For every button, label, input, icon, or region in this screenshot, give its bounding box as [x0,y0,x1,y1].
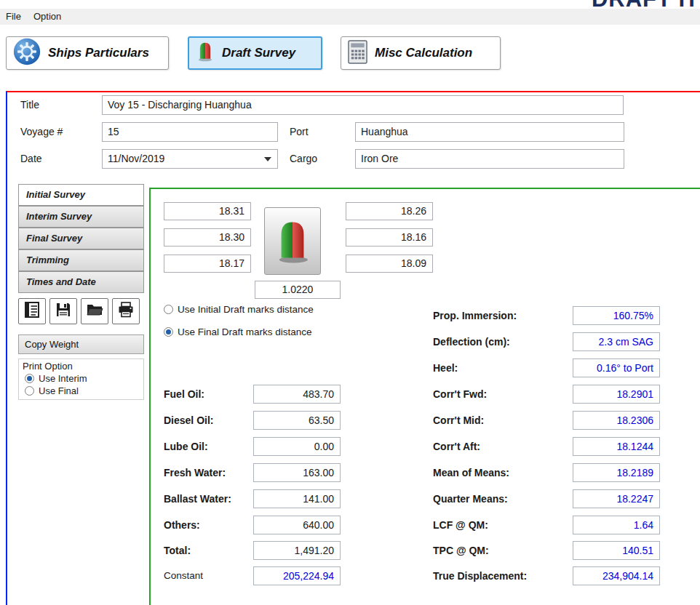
radio-circle-icon [164,305,173,314]
heel-label: Heel: [433,358,458,377]
draft-right-fwd-input[interactable]: 18.26 [346,202,433,220]
copy-weight-button[interactable]: Copy Weight [18,334,144,354]
fuel-oil-input[interactable]: 483.70 [253,385,341,404]
misc-calculation-button[interactable]: Misc Calculation [341,36,501,70]
print-option-label: Print Option [23,361,73,372]
draft-mark-tile [264,207,321,275]
menu-option[interactable]: Option [29,9,65,25]
true-displacement-label: True Displacement: [433,566,527,585]
lcf-qm-value: 1.64 [573,516,660,534]
corrt-aft-label: Corr't Aft: [433,437,480,456]
corrt-mid-label: Corr't Mid: [433,411,484,430]
ballast-water-label: Ballast Water: [164,489,231,508]
report-button[interactable] [18,298,46,324]
lcf-qm-label: LCF @ QM: [433,516,488,534]
draft-mark-icon [272,214,313,269]
corrt-mid-value: 18.2306 [573,411,660,430]
diesel-oil-input[interactable]: 63.50 [253,411,341,430]
draft-left-mid-input[interactable]: 18.30 [164,228,251,247]
use-final-label: Use Final [39,385,79,396]
initial-survey-panel: 18.31 18.30 18.17 18.26 18.16 18.09 [149,188,700,605]
draft-left-aft-input[interactable]: 18.17 [164,255,251,273]
initial-marks-label: Use Initial Draft marks distance [178,304,314,315]
ships-particulars-label: Ships Particulars [48,46,149,60]
report-icon [23,301,41,321]
mean-of-means-label: Mean of Means: [433,463,509,482]
cargo-label: Cargo [290,149,317,169]
fresh-water-label: Fresh Water: [164,463,226,482]
corrt-aft-value: 18.1244 [573,437,660,456]
menu-file[interactable]: File [1,9,25,25]
others-input[interactable]: 640.00 [253,516,341,534]
radio-use-interim[interactable]: Use Interim [25,373,87,384]
clipped-header-strip: DRAFT H [0,0,700,9]
tab-interim-survey[interactable]: Interim Survey [18,206,144,228]
title-input[interactable]: Voy 15 - Discharging Huanghua [102,95,624,115]
tpc-qm-value: 140.51 [573,541,660,560]
quarter-means-value: 18.2247 [573,489,660,508]
corrt-fwd-value: 18.2901 [573,385,660,404]
radio-circle-icon [25,386,34,396]
tab-trimming[interactable]: Trimming [18,249,144,271]
main-panel: Title Voy 15 - Discharging Huanghua Voya… [6,91,700,605]
radio-use-final[interactable]: Use Final [25,385,79,396]
corrt-fwd-label: Corr't Fwd: [433,385,487,404]
ship-wheel-icon [13,38,41,68]
voyage-input[interactable]: 15 [102,122,278,142]
open-button[interactable] [81,298,108,324]
date-value: 11/Nov/2019 [108,150,164,168]
menu-bar: File Option [0,9,700,25]
open-folder-icon [86,301,103,321]
chevron-down-icon[interactable] [258,150,277,168]
voyage-label: Voyage # [20,122,63,142]
ballast-water-input[interactable]: 141.00 [253,489,341,508]
others-label: Others: [164,516,200,534]
deflection-value: 2.3 cm SAG [573,332,660,351]
tab-times-and-date[interactable]: Times and Date [18,271,144,293]
tab-initial-survey[interactable]: Initial Survey [18,184,144,206]
print-button[interactable] [112,298,140,324]
diesel-oil-label: Diesel Oil: [164,411,213,430]
radio-dot-icon [25,374,34,383]
draft-mark-icon [196,39,215,67]
save-icon [55,301,72,321]
draft-survey-label: Draft Survey [222,46,295,60]
tab-final-survey[interactable]: Final Survey [18,228,144,249]
app-window: DRAFT H File Option [0,0,700,605]
deflection-label: Deflection (cm): [433,332,510,351]
print-option-group: Print Option Use Interim Use Final [18,358,144,400]
lube-oil-label: Lube Oil: [164,437,208,456]
quarter-means-label: Quarter Means: [433,489,508,508]
radio-final-marks-distance[interactable]: Use Final Draft marks distance [164,326,312,337]
calculator-icon [348,40,367,67]
tpc-qm-label: TPC @ QM: [433,541,489,560]
marks-distance-input[interactable]: 1.0220 [255,281,341,299]
misc-calculation-label: Misc Calculation [375,46,472,60]
date-combobox[interactable]: 11/Nov/2019 [102,149,278,169]
draft-right-mid-input[interactable]: 18.16 [346,228,433,247]
heel-value: 0.16° to Port [573,358,660,377]
port-input[interactable]: Huanghua [355,122,624,142]
fuel-oil-label: Fuel Oil: [164,385,204,404]
prop-immersion-label: Prop. Immersion: [433,306,517,325]
radio-initial-marks-distance[interactable]: Use Initial Draft marks distance [164,304,314,315]
clipped-app-title: DRAFT H [592,0,696,9]
draft-right-aft-input[interactable]: 18.09 [346,255,433,273]
ships-particulars-button[interactable]: Ships Particulars [6,36,169,70]
use-interim-label: Use Interim [39,373,87,384]
save-button[interactable] [49,298,77,324]
mean-of-means-value: 18.2189 [573,463,660,482]
constant-value-field: 205,224.94 [253,566,341,585]
draft-survey-button[interactable]: Draft Survey [188,36,322,70]
title-label: Title [20,95,39,115]
constant-label: Constant [164,566,203,585]
total-input[interactable]: 1,491.20 [253,541,341,560]
lube-oil-input[interactable]: 0.00 [253,437,341,456]
fresh-water-input[interactable]: 163.00 [253,463,341,482]
radio-dot-icon [164,327,173,337]
final-marks-label: Use Final Draft marks distance [178,326,312,337]
true-displacement-value: 234,904.14 [573,566,660,585]
prop-immersion-value: 160.75% [573,306,660,325]
draft-left-fwd-input[interactable]: 18.31 [164,202,251,220]
cargo-input[interactable]: Iron Ore [355,149,624,169]
